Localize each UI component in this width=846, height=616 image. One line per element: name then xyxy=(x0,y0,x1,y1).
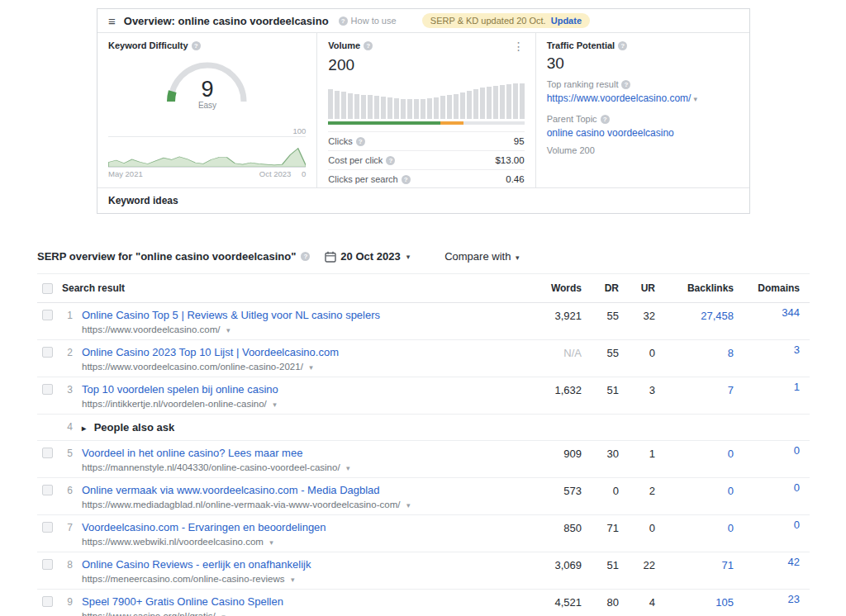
result-title-link[interactable]: Online Casino Top 5 | Reviews & Uitleg v… xyxy=(82,306,380,322)
help-icon: ? xyxy=(386,156,395,165)
table-row: 5 Voordeel in het online casino? Lees ma… xyxy=(37,441,810,478)
date-picker[interactable]: 20 Oct 2023 ▾ xyxy=(325,250,410,263)
ur-cell: 2 xyxy=(619,478,655,515)
calendar-icon xyxy=(325,251,336,263)
row-checkbox[interactable] xyxy=(42,448,53,458)
domains-link[interactable]: 3 xyxy=(734,340,810,377)
how-to-use-label: How to use xyxy=(351,16,397,26)
table-header-row: Search result Words DR UR Backlinks Doma… xyxy=(37,274,810,303)
update-badge: SERP & KD updated 20 Oct. Update xyxy=(422,13,590,28)
ur-cell: 1 xyxy=(619,441,655,478)
result-url-link[interactable]: https://www.webwiki.nl/voordeelcasino.co… xyxy=(82,537,264,547)
chevron-down-icon[interactable]: ▾ xyxy=(273,400,277,409)
help-icon: ? xyxy=(621,80,630,89)
chevron-down-icon[interactable]: ▾ xyxy=(221,613,226,616)
ur-cell: 4 xyxy=(619,590,655,616)
result-title-link[interactable]: Online Casino Reviews - eerlijk en onafh… xyxy=(82,556,311,571)
backlinks-link[interactable]: 0 xyxy=(655,441,734,478)
domains-link[interactable]: 344 xyxy=(734,303,810,340)
result-url-link[interactable]: https://www.casino.org/nl/gratis/ xyxy=(82,611,216,616)
words-cell: 909 xyxy=(520,441,582,478)
row-checkbox[interactable] xyxy=(42,310,53,320)
result-url-link[interactable]: https://www.voordeelcasino.com/ xyxy=(82,325,220,334)
domains-link[interactable]: 23 xyxy=(734,590,810,616)
row-checkbox[interactable] xyxy=(42,596,53,607)
help-icon: ? xyxy=(339,17,348,26)
top-ranking-result-link[interactable]: https://www.voordeelcasino.com/▾ xyxy=(547,92,697,104)
table-row: 8 Online Casino Reviews - eerlijk en ona… xyxy=(37,552,810,590)
result-title-link[interactable]: Voordeelcasino.com - Ervaringen en beoor… xyxy=(82,519,326,534)
domains-link[interactable]: 1 xyxy=(734,377,810,415)
words-cell: 4,521 xyxy=(520,590,582,616)
traffic-potential-label: Traffic Potential ? xyxy=(547,40,739,50)
domains-link[interactable]: 42 xyxy=(734,552,810,590)
kd-axis-min: 0 xyxy=(302,169,306,178)
dr-cell: 51 xyxy=(582,552,619,590)
how-to-use-link[interactable]: ? How to use xyxy=(339,16,397,26)
serp-overview-section: SERP overview for "online casino voordee… xyxy=(37,250,810,616)
row-checkbox[interactable] xyxy=(42,559,53,570)
backlinks-link[interactable]: 8 xyxy=(655,340,734,377)
menu-icon[interactable]: ≡ xyxy=(108,15,116,27)
result-url-link[interactable]: https://mannenstyle.nl/404330/online-cas… xyxy=(82,462,340,472)
backlinks-link[interactable]: 0 xyxy=(655,478,734,515)
update-link[interactable]: Update xyxy=(551,16,582,26)
select-all-checkbox[interactable] xyxy=(42,283,53,294)
backlinks-link[interactable]: 71 xyxy=(655,552,734,590)
compare-with-dropdown[interactable]: Compare with ▾ xyxy=(444,250,519,263)
help-icon: ? xyxy=(301,252,310,261)
dr-cell: 71 xyxy=(582,515,619,552)
domains-link[interactable]: 0 xyxy=(734,441,810,478)
kd-label: Keyword Difficulty ? xyxy=(108,40,306,50)
result-title-link[interactable]: Online Casino 2023 Top 10 Lijst | Voorde… xyxy=(82,344,339,359)
chevron-down-icon[interactable]: ▾ xyxy=(291,576,295,584)
help-icon: ? xyxy=(364,41,373,50)
table-row: 9 Speel 7900+ Gratis Online Casino Spell… xyxy=(37,590,810,616)
chevron-down-icon[interactable]: ▾ xyxy=(269,538,273,547)
serp-position: 3 xyxy=(62,377,82,415)
row-checkbox[interactable] xyxy=(42,347,53,358)
result-title-link[interactable]: Top 10 voordelen spelen bij online casin… xyxy=(82,381,278,396)
kd-axis-end: Oct 2023 xyxy=(259,169,292,178)
row-checkbox[interactable] xyxy=(42,485,53,495)
serp-position: 9 xyxy=(62,590,82,616)
backlinks-link[interactable]: 105 xyxy=(655,590,734,616)
result-title-link[interactable]: Voordeel in het online casino? Lees maar… xyxy=(82,444,302,460)
parent-topic-volume: Volume 200 xyxy=(547,145,739,155)
chevron-down-icon[interactable]: ▾ xyxy=(406,501,411,509)
row-checkbox[interactable] xyxy=(42,522,53,533)
table-row: 1 Online Casino Top 5 | Reviews & Uitleg… xyxy=(37,303,810,340)
serp-position: 1 xyxy=(62,303,82,340)
paa-label[interactable]: People also ask xyxy=(94,421,175,434)
dr-cell: 55 xyxy=(582,303,619,340)
chevron-down-icon: ▾ xyxy=(406,253,411,261)
chevron-down-icon[interactable]: ▾ xyxy=(226,326,231,334)
backlinks-link[interactable]: 27,458 xyxy=(655,303,734,340)
kd-axis-start: May 2021 xyxy=(108,169,143,178)
result-title-link[interactable]: Speel 7900+ Gratis Online Casino Spellen xyxy=(82,593,283,609)
row-checkbox[interactable] xyxy=(42,384,53,395)
more-options-icon[interactable]: ⋮ xyxy=(513,40,525,52)
result-url-link[interactable]: https://meneercasino.com/online-casino-r… xyxy=(82,574,284,584)
serp-table: Search result Words DR UR Backlinks Doma… xyxy=(37,273,810,616)
domains-link[interactable]: 0 xyxy=(734,478,810,515)
keyword-difficulty-panel: Keyword Difficulty ? 9 Easy 100 May 2021… xyxy=(97,33,316,187)
clicks-distribution-bar xyxy=(328,121,524,125)
result-url-link[interactable]: https://intikkertje.nl/voordelen-online-… xyxy=(82,399,267,409)
words-cell: 3,069 xyxy=(520,552,582,590)
serp-position: 8 xyxy=(62,552,82,590)
backlinks-link[interactable]: 7 xyxy=(655,377,734,415)
volume-history-chart xyxy=(328,81,524,119)
parent-topic-link[interactable]: online casino voordeelcasino xyxy=(547,127,674,139)
domains-link[interactable]: 0 xyxy=(734,515,810,552)
backlinks-link[interactable]: 0 xyxy=(655,515,734,552)
chevron-down-icon[interactable]: ▾ xyxy=(346,464,350,472)
update-badge-text: SERP & KD updated 20 Oct. xyxy=(430,16,546,26)
result-title-link[interactable]: Online vermaak via www.voordeelcasino.co… xyxy=(82,481,380,497)
table-row: 2 Online Casino 2023 Top 10 Lijst | Voor… xyxy=(37,340,810,377)
caret-right-icon[interactable]: ▸ xyxy=(82,424,86,433)
result-url-link[interactable]: https://www.voordeelcasino.com/online-ca… xyxy=(82,362,303,372)
traffic-potential-value: 30 xyxy=(547,54,739,73)
result-url-link[interactable]: https://www.mediadagblad.nl/online-verma… xyxy=(82,500,400,509)
chevron-down-icon[interactable]: ▾ xyxy=(309,363,313,372)
